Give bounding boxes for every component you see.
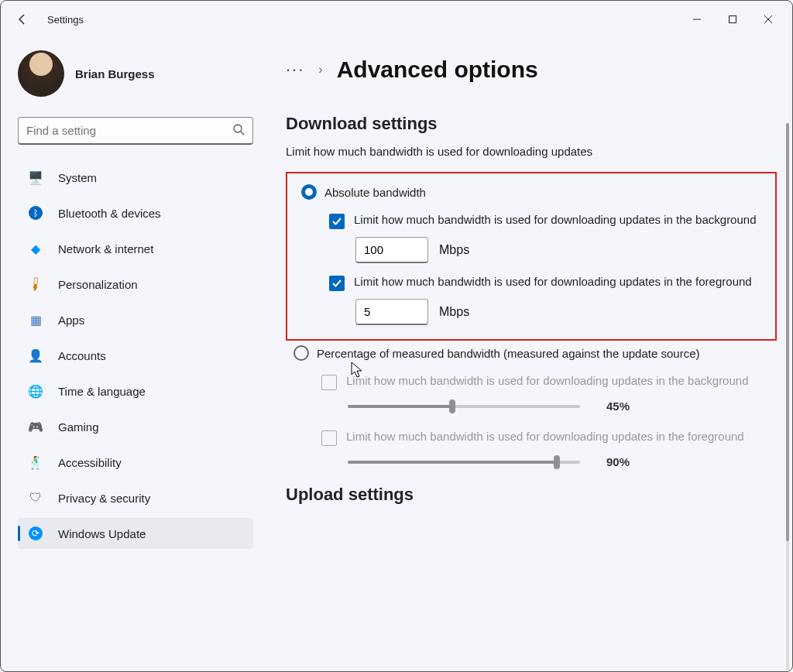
- maximize-button[interactable]: [715, 4, 750, 35]
- check-icon: [331, 278, 342, 289]
- bg-bandwidth-input[interactable]: [355, 237, 428, 263]
- pct-fg-value: 90%: [606, 455, 630, 468]
- download-heading: Download settings: [286, 114, 777, 134]
- checkbox-pct-fg: [321, 430, 337, 446]
- close-button[interactable]: [750, 4, 786, 35]
- radio-percent-label: Percentage of measured bandwidth (measur…: [317, 347, 699, 360]
- close-icon: [764, 15, 773, 24]
- scrollbar[interactable]: [786, 123, 789, 672]
- nav-personalization[interactable]: 🖌Personalization: [18, 269, 253, 300]
- nav-label: Windows Update: [58, 527, 146, 540]
- radio-absolute-label: Absolute bandwidth: [324, 186, 426, 199]
- nav-accounts[interactable]: 👤Accounts: [18, 340, 253, 371]
- minimize-button[interactable]: [679, 4, 715, 35]
- nav-label: System: [58, 171, 97, 184]
- nav-time[interactable]: 🌐Time & language: [18, 375, 253, 406]
- brush-icon: 🖌: [24, 273, 48, 297]
- nav-label: Personalization: [58, 278, 138, 291]
- nav-bluetooth[interactable]: ᛒBluetooth & devices: [18, 197, 253, 228]
- search-icon: [232, 123, 245, 139]
- check-icon: [331, 216, 342, 227]
- nav-label: Gaming: [58, 420, 99, 434]
- maximize-icon: [728, 15, 737, 24]
- arrow-left-icon: [16, 13, 29, 26]
- accessibility-icon: 🕺: [27, 454, 44, 471]
- nav-label: Network & internet: [58, 242, 153, 255]
- checkbox-pct-fg-label: Limit how much bandwidth is used for dow…: [346, 429, 744, 444]
- checkbox-pct-bg: [321, 375, 337, 390]
- svg-line-5: [241, 132, 244, 135]
- apps-icon: ▦: [27, 311, 44, 328]
- bluetooth-icon: ᛒ: [27, 204, 44, 221]
- upload-heading: Upload settings: [286, 485, 777, 505]
- nav-label: Accessibility: [58, 456, 122, 469]
- svg-rect-1: [729, 16, 736, 23]
- nav-label: Bluetooth & devices: [58, 207, 161, 220]
- nav-label: Accounts: [58, 349, 106, 362]
- nav-privacy[interactable]: 🛡Privacy & security: [18, 482, 253, 513]
- search-box[interactable]: [18, 117, 253, 145]
- nav-network[interactable]: ◆Network & internet: [18, 233, 253, 264]
- search-input[interactable]: [26, 124, 232, 137]
- minimize-icon: [692, 15, 702, 24]
- fg-bandwidth-input[interactable]: [355, 299, 428, 325]
- checkbox-fg-limit[interactable]: [329, 276, 345, 291]
- nav-gaming[interactable]: 🎮Gaming: [18, 411, 253, 442]
- scrollbar-thumb[interactable]: [786, 123, 789, 541]
- highlight-annotation: Absolute bandwidth Limit how much bandwi…: [286, 172, 777, 341]
- globe-icon: 🌐: [27, 382, 44, 399]
- nav-label: Time & language: [58, 385, 146, 398]
- user-name: Brian Burgess: [75, 67, 155, 81]
- nav-label: Privacy & security: [58, 492, 150, 505]
- wifi-icon: ◆: [27, 240, 44, 257]
- avatar[interactable]: [18, 50, 64, 97]
- checkbox-pct-bg-label: Limit how much bandwidth is used for dow…: [346, 373, 749, 389]
- person-icon: 👤: [27, 347, 44, 364]
- checkbox-fg-label: Limit how much bandwidth is used for dow…: [354, 274, 752, 290]
- checkbox-bg-label: Limit how much bandwidth is used for dow…: [354, 212, 757, 228]
- breadcrumb-overflow[interactable]: ···: [286, 60, 304, 80]
- back-button[interactable]: [7, 13, 38, 26]
- nav-apps[interactable]: ▦Apps: [18, 304, 253, 335]
- svg-point-4: [234, 125, 242, 132]
- system-icon: 🖥️: [27, 169, 44, 186]
- nav-accessibility[interactable]: 🕺Accessibility: [18, 447, 253, 478]
- bg-unit: Mbps: [439, 243, 469, 257]
- radio-absolute[interactable]: [301, 184, 317, 200]
- pct-bg-value: 45%: [606, 399, 630, 413]
- pct-bg-slider: [348, 398, 580, 413]
- download-desc: Limit how much bandwidth is used for dow…: [286, 145, 777, 158]
- checkbox-bg-limit[interactable]: [329, 214, 345, 229]
- nav-label: Apps: [58, 314, 84, 327]
- controller-icon: 🎮: [27, 418, 44, 435]
- radio-percent[interactable]: [294, 345, 309, 361]
- breadcrumb: ··· › Advanced options: [286, 57, 777, 83]
- page-title: Advanced options: [337, 57, 538, 83]
- chevron-right-icon: ›: [318, 63, 322, 77]
- nav-system[interactable]: 🖥️System: [18, 162, 253, 193]
- app-title: Settings: [47, 14, 84, 26]
- fg-unit: Mbps: [439, 305, 469, 319]
- pct-fg-slider: [348, 454, 580, 469]
- nav-windows-update[interactable]: ⟳Windows Update: [18, 518, 253, 549]
- shield-icon: 🛡: [27, 489, 44, 506]
- update-icon: ⟳: [27, 525, 44, 542]
